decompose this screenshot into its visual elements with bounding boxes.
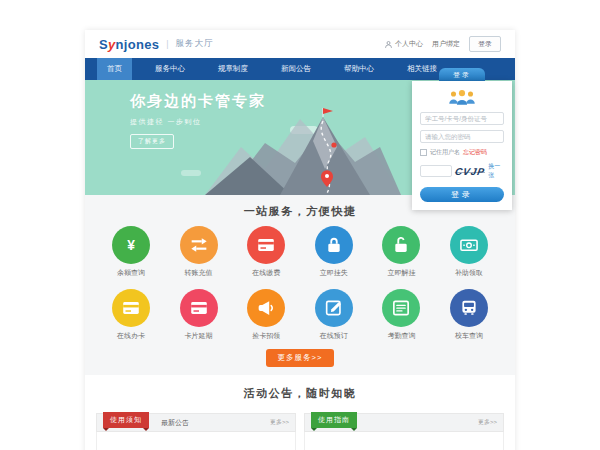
users-icon bbox=[445, 88, 479, 106]
notice-ribbon-tab[interactable]: 使用须知 bbox=[103, 412, 149, 428]
captcha-image[interactable]: CVJP bbox=[454, 166, 486, 177]
service-label: 卡片延期 bbox=[168, 331, 230, 341]
service-item-10[interactable]: 考勤查询 bbox=[370, 289, 432, 341]
password-input[interactable] bbox=[420, 130, 504, 143]
hero-text: 你身边的卡管专家 提供捷径 一步到位 了解更多 bbox=[130, 92, 266, 149]
unlock-icon bbox=[382, 226, 420, 264]
flag-icon bbox=[323, 108, 333, 114]
account-input[interactable] bbox=[420, 112, 504, 125]
yen-icon: ¥ bbox=[112, 226, 150, 264]
announcement-panels: 使用须知 最新公告 更多>> 使用指南 更多>> bbox=[85, 413, 515, 450]
captcha-row: CVJP 换一张 bbox=[420, 162, 504, 180]
card-icon bbox=[112, 289, 150, 327]
announcements-section: 活动公告，随时知晓 使用须知 最新公告 更多>> 使用指南 更多>> bbox=[85, 375, 515, 450]
card-icon bbox=[247, 226, 285, 264]
hero-subtitle: 提供捷径 一步到位 bbox=[130, 117, 266, 127]
service-item-1[interactable]: 转账充值 bbox=[168, 226, 230, 278]
card-icon bbox=[180, 289, 218, 327]
service-item-0[interactable]: ¥余额查询 bbox=[100, 226, 162, 278]
guide-panel: 使用指南 更多>> bbox=[304, 413, 504, 450]
remember-row: 记住用户名 忘记密码 bbox=[420, 148, 504, 157]
services-section: 一站服务，方便快捷 ¥余额查询转账充值在线缴费立即挂失立即解挂补助领取在线办卡卡… bbox=[85, 195, 515, 375]
person-icon bbox=[384, 40, 393, 49]
service-item-11[interactable]: 校车查询 bbox=[438, 289, 500, 341]
service-item-9[interactable]: 在线预订 bbox=[303, 289, 365, 341]
notice-panel-body bbox=[96, 432, 296, 450]
service-item-4[interactable]: 立即解挂 bbox=[370, 226, 432, 278]
service-item-3[interactable]: 立即挂失 bbox=[303, 226, 365, 278]
logo-divider: | bbox=[166, 39, 168, 49]
logo[interactable]: Synjones bbox=[99, 37, 159, 52]
bus-icon bbox=[450, 289, 488, 327]
top-header: Synjones | 服务大厅 个人中心 用户绑定 登录 bbox=[85, 30, 515, 58]
logo-text-rest: njones bbox=[116, 37, 160, 52]
nav-item-3[interactable]: 新闻公告 bbox=[271, 58, 321, 80]
captcha-refresh-link[interactable]: 换一张 bbox=[488, 162, 504, 180]
service-label: 考勤查询 bbox=[370, 331, 432, 341]
lock-icon bbox=[315, 226, 353, 264]
login-panel: 登录 记住用户名 忘记密码 CVJP 换一张 登录 bbox=[412, 68, 512, 210]
guide-ribbon-tab[interactable]: 使用指南 bbox=[311, 412, 357, 428]
service-label: 校车查询 bbox=[438, 331, 500, 341]
list-icon bbox=[382, 289, 420, 327]
latest-news-tab[interactable]: 最新公告 bbox=[161, 418, 189, 428]
service-label: 补助领取 bbox=[438, 268, 500, 278]
nav-item-1[interactable]: 服务中心 bbox=[145, 58, 195, 80]
hero-title: 你身边的卡管专家 bbox=[130, 92, 266, 111]
user-bind-link[interactable]: 用户绑定 bbox=[432, 39, 460, 49]
service-item-7[interactable]: 卡片延期 bbox=[168, 289, 230, 341]
header-login-button[interactable]: 登录 bbox=[469, 36, 501, 52]
nav-item-0[interactable]: 首页 bbox=[97, 58, 132, 80]
guide-panel-header: 使用指南 更多>> bbox=[304, 413, 504, 432]
portal-page: Synjones | 服务大厅 个人中心 用户绑定 登录 首页服务中心规章制度新… bbox=[85, 30, 515, 450]
site-name: 服务大厅 bbox=[176, 38, 214, 50]
nav-item-2[interactable]: 规章制度 bbox=[208, 58, 258, 80]
megaphone-icon bbox=[247, 289, 285, 327]
personal-center-link[interactable]: 个人中心 bbox=[384, 39, 423, 49]
service-label: 立即挂失 bbox=[303, 268, 365, 278]
edit-icon bbox=[315, 289, 353, 327]
forgot-password-link[interactable]: 忘记密码 bbox=[463, 148, 487, 157]
svg-text:¥: ¥ bbox=[127, 238, 135, 253]
logo-arrow: y bbox=[108, 37, 116, 52]
remember-label: 记住用户名 bbox=[430, 148, 460, 157]
service-item-2[interactable]: 在线缴费 bbox=[235, 226, 297, 278]
header-links: 个人中心 用户绑定 登录 bbox=[384, 36, 501, 52]
service-label: 转账充值 bbox=[168, 268, 230, 278]
captcha-input[interactable] bbox=[420, 165, 452, 177]
cloud bbox=[181, 170, 201, 176]
service-label: 在线缴费 bbox=[235, 268, 297, 278]
notice-panel: 使用须知 最新公告 更多>> bbox=[96, 413, 296, 450]
user-bind-label: 用户绑定 bbox=[432, 39, 460, 49]
guide-more-link[interactable]: 更多>> bbox=[478, 418, 497, 427]
service-label: 捡卡招领 bbox=[235, 331, 297, 341]
login-form: 记住用户名 忘记密码 CVJP 换一张 登录 bbox=[412, 81, 512, 210]
service-item-6[interactable]: 在线办卡 bbox=[100, 289, 162, 341]
service-label: 在线办卡 bbox=[100, 331, 162, 341]
login-tab[interactable]: 登录 bbox=[439, 68, 485, 81]
remember-checkbox[interactable] bbox=[420, 149, 427, 156]
nav-item-4[interactable]: 帮助中心 bbox=[334, 58, 384, 80]
notice-panel-header: 使用须知 最新公告 更多>> bbox=[96, 413, 296, 432]
service-item-8[interactable]: 捡卡招领 bbox=[235, 289, 297, 341]
hero-cta-button[interactable]: 了解更多 bbox=[130, 134, 174, 149]
services-grid: ¥余额查询转账充值在线缴费立即挂失立即解挂补助领取在线办卡卡片延期捡卡招领在线预… bbox=[85, 226, 515, 341]
banknote-icon bbox=[450, 226, 488, 264]
logo-text: S bbox=[99, 37, 108, 52]
service-label: 在线预订 bbox=[303, 331, 365, 341]
notice-more-link[interactable]: 更多>> bbox=[270, 418, 289, 427]
service-label: 余额查询 bbox=[100, 268, 162, 278]
guide-panel-body bbox=[304, 432, 504, 450]
personal-center-label: 个人中心 bbox=[395, 39, 423, 49]
service-item-5[interactable]: 补助领取 bbox=[438, 226, 500, 278]
more-services-button[interactable]: 更多服务>> bbox=[266, 349, 335, 367]
announcements-title: 活动公告，随时知晓 bbox=[85, 386, 515, 401]
map-pin-icon bbox=[331, 142, 336, 147]
transfer-icon bbox=[180, 226, 218, 264]
login-submit-button[interactable]: 登录 bbox=[420, 187, 504, 202]
service-label: 立即解挂 bbox=[370, 268, 432, 278]
